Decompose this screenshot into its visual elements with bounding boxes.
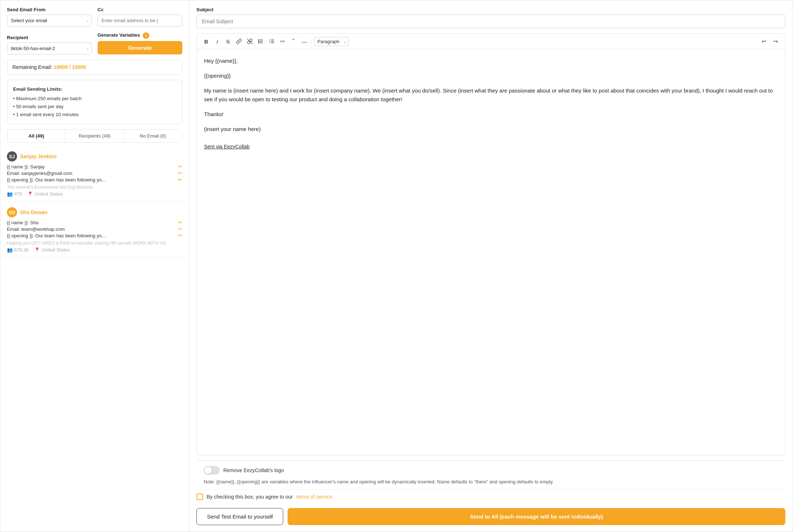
name-sanjay: Sanjay Jenkins (20, 154, 57, 159)
send-all-button[interactable]: Send to All (each message will be sent i… (288, 508, 785, 525)
tos-row: By checking this box, you agree to our t… (196, 490, 785, 504)
drag-handle-sanjay[interactable]: ⋮⋮ (181, 171, 189, 177)
recipient-card-sho: SD Sho Dewan {{ name }}: Sho ✏ Email: te… (0, 202, 189, 258)
edit-name-icon-sanjay[interactable]: ✏ (178, 164, 182, 169)
email-limits-box: Email Sending Limits: • Maximum 250 emai… (7, 80, 182, 124)
tos-checkbox[interactable] (196, 494, 203, 500)
limit-item-2: • 50 emails sent per day (13, 103, 176, 111)
sent-via-link[interactable]: Sent via EezyCollab (204, 143, 249, 151)
location-icon-sho: 📍 (34, 247, 40, 253)
bullet-list-button[interactable] (256, 37, 266, 46)
recipient-select[interactable]: tiktok-50-has-email-2 (7, 42, 92, 54)
followers-sho: 👥 678.3K (7, 247, 29, 253)
logo-toggle-section: Remove EezyCollab's logo Note: {{name}},… (196, 461, 785, 490)
left-panel: Send Email From Select your email ⌄ Cc (0, 0, 189, 532)
limit-item-1: • Maximum 250 emails per batch (13, 95, 176, 103)
send-from-label: Send Email From (7, 7, 92, 12)
italic-button[interactable]: I (212, 37, 222, 46)
name-var-sho: {{ name }}: Sho (7, 220, 38, 225)
tos-link[interactable]: terms of service. (296, 494, 334, 500)
tos-text: By checking this box, you agree to our (207, 494, 293, 500)
editor-toolbar: B I S 123 <> " — (197, 34, 785, 49)
generate-vars-label: Generate Variables i (98, 32, 183, 39)
recipient-label: Recipient (7, 35, 92, 40)
send-from-select[interactable]: Select your email (7, 15, 92, 26)
undo-redo-group: ↩ ↪ (759, 37, 781, 46)
bio-sanjay: The Internet's Ecommerce Hot Dog Machine (7, 185, 182, 190)
editor-content[interactable]: Hey {{name}}, {{opening}} My name is (in… (197, 49, 785, 455)
remaining-count: 10000 / 10000 (54, 64, 86, 70)
strikethrough-button[interactable]: S (223, 37, 233, 46)
tab-all[interactable]: All (49) (7, 130, 66, 142)
paragraph-select[interactable]: Paragraph Heading 1 Heading 2 Heading 3 (314, 37, 349, 46)
bottom-buttons: Send Test Email to yourself Send to All … (196, 504, 785, 525)
followers-icon-sho: 👥 (7, 247, 13, 253)
ordered-list-button[interactable]: 123 (267, 37, 277, 46)
quote-button[interactable]: " (288, 37, 298, 46)
limits-title: Email Sending Limits: (13, 85, 176, 93)
svg-text:3: 3 (269, 42, 270, 44)
edit-opening-icon-sanjay[interactable]: ✏ (178, 177, 182, 183)
avatar-sanjay: SJ (7, 151, 17, 161)
right-panel: Subject B I S 123 <> " (189, 0, 793, 532)
subject-label: Subject (196, 7, 785, 12)
svg-point-6 (259, 42, 259, 43)
remaining-label: Remaining Email: (12, 64, 52, 70)
bio-sho: Helping you GET HIRED & PAID ex-recruite… (7, 241, 182, 246)
info-icon: i (143, 32, 149, 39)
editor-box: B I S 123 <> " — (196, 33, 785, 455)
remove-logo-label: Remove EezyCollab's logo (223, 467, 284, 473)
opening-sho: {{ opening }}: Our team has been followi… (7, 233, 106, 238)
location-sanjay: 📍 United States (27, 191, 63, 197)
generate-button[interactable]: Generate (98, 41, 183, 54)
edit-opening-icon-sho[interactable]: ✏ (178, 233, 182, 238)
note-text: Note: {{name}}, {{opening}} are variable… (204, 478, 778, 486)
remaining-email-box: Remaining Email: 10000 / 10000 (7, 60, 182, 75)
name-var-sanjay: {{ name }}: Sanjay (7, 164, 45, 169)
opening-sanjay: {{ opening }}: Our team has been followi… (7, 177, 106, 183)
email-sanjay: Email: sanjayjenks@gmail.com (7, 171, 72, 176)
paragraph-wrapper: Paragraph Heading 1 Heading 2 Heading 3 … (314, 37, 349, 46)
location-sho: 📍 United States (34, 247, 70, 253)
edit-email-icon-sho[interactable]: ✏ (178, 226, 182, 232)
redo-button[interactable]: ↪ (770, 37, 781, 46)
undo-button[interactable]: ↩ (759, 37, 769, 46)
tab-recipients[interactable]: Recipients (49) (66, 130, 124, 142)
name-sho: Sho Dewan (20, 209, 47, 215)
svg-point-5 (259, 41, 259, 42)
unlink-button[interactable] (245, 37, 255, 46)
hr-button[interactable]: — (299, 37, 309, 46)
recipient-card-sanjay: SJ Sanjay Jenkins ⋮⋮ {{ name }}: Sanjay … (0, 146, 189, 202)
followers-sanjay: 👥 476 (7, 191, 22, 197)
cc-label: Cc (98, 7, 183, 12)
remove-logo-toggle[interactable] (204, 466, 220, 475)
followers-icon-sanjay: 👥 (7, 191, 13, 197)
recipients-list: SJ Sanjay Jenkins ⋮⋮ {{ name }}: Sanjay … (0, 146, 189, 532)
code-button[interactable]: <> (277, 37, 288, 45)
email-sho: Email: team@workhap.com (7, 226, 65, 232)
limit-item-3: • 1 email sent every 10 minutes (13, 111, 176, 119)
avatar-sho: SD (7, 207, 17, 217)
send-test-button[interactable]: Send Test Email to yourself (196, 508, 283, 525)
cc-input[interactable] (98, 15, 183, 26)
tabs-row: All (49) Recipients (49) No Email (0) (7, 129, 182, 143)
bold-button[interactable]: B (201, 37, 211, 46)
tab-no-email[interactable]: No Email (0) (124, 130, 182, 142)
link-button[interactable] (234, 37, 244, 46)
location-icon-sanjay: 📍 (27, 191, 33, 197)
subject-input[interactable] (196, 15, 785, 28)
edit-name-icon-sho[interactable]: ✏ (178, 220, 182, 225)
toolbar-separator-1 (312, 38, 312, 45)
svg-point-4 (259, 40, 259, 40)
